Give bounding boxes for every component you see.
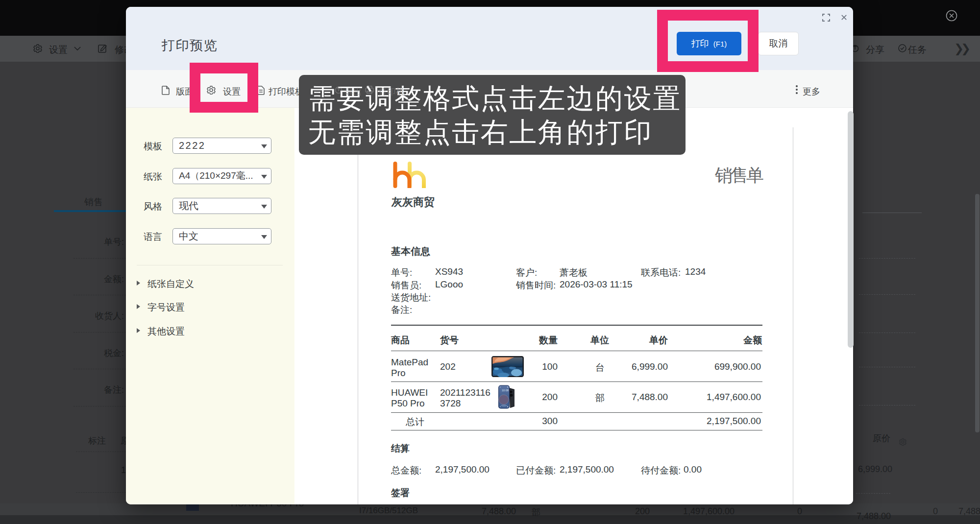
svg-text:10:08: 10:08: [502, 389, 509, 392]
